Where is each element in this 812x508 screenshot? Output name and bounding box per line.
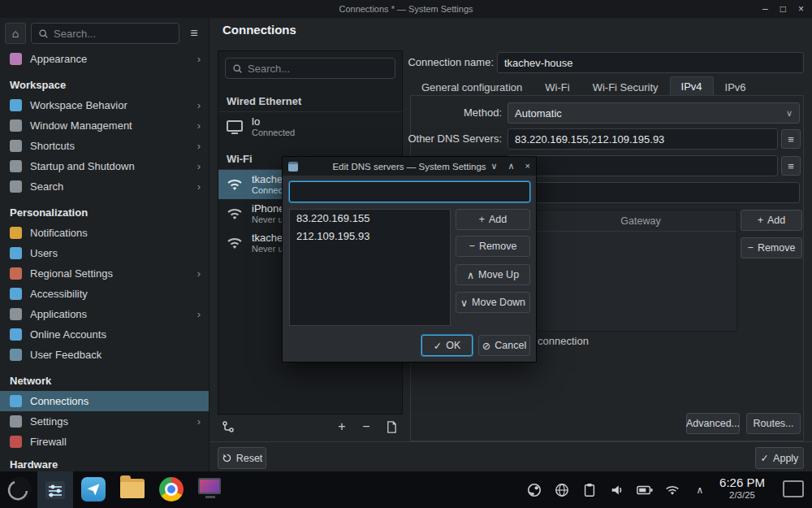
file-manager-icon[interactable] — [120, 479, 145, 498]
dns-server-list[interactable]: 83.220.169.155 212.109.195.93 — [289, 209, 451, 326]
minimize-icon[interactable]: – — [762, 0, 768, 18]
sidebar-item-online-accounts[interactable]: Online Accounts — [0, 324, 209, 345]
chevron-down-icon[interactable]: ∨ — [490, 161, 497, 172]
reset-button[interactable]: Reset — [218, 447, 266, 469]
remove-address-button[interactable]: − Remove — [741, 237, 802, 258]
advanced-button[interactable]: Advanced... — [686, 413, 740, 434]
sidebar-item-users[interactable]: Users — [0, 243, 209, 263]
sidebar-item-connections[interactable]: Connections — [0, 391, 209, 411]
sidebar-item-search[interactable]: Search › — [0, 176, 209, 197]
sidebar-item-applications[interactable]: Applications › — [0, 304, 209, 324]
sidebar-item-startup-and-shutdown[interactable]: Startup and Shutdown › — [0, 156, 209, 176]
check-icon: ✓ — [761, 452, 769, 464]
configure-connection-button[interactable] — [219, 418, 237, 436]
connection-name-field[interactable] — [497, 52, 804, 73]
dhcp-client-id-input[interactable] — [508, 187, 799, 199]
globe-icon[interactable] — [554, 482, 570, 498]
edit-dns-dialog: Edit DNS servers — System Settings ∨ ∧ ×… — [282, 156, 537, 363]
launcher-icon[interactable] — [6, 476, 32, 502]
sidebar-toolbar: ⌂ ≡ — [0, 18, 209, 49]
system-settings-icon — [44, 479, 67, 501]
home-button[interactable]: ⌂ — [5, 23, 26, 44]
sidebar-search-input[interactable] — [54, 28, 172, 40]
system-settings-task[interactable] — [37, 471, 73, 508]
sidebar-item-label: Firewall — [30, 436, 67, 448]
check-icon: ✓ — [434, 340, 442, 352]
edit-search-domains-button[interactable]: ≡ — [781, 156, 801, 176]
dns-list-item[interactable]: 83.220.169.155 — [290, 210, 450, 228]
apply-button[interactable]: ✓ Apply — [755, 447, 804, 469]
volume-icon[interactable] — [609, 482, 625, 498]
dialog-cancel-label: Cancel — [495, 340, 526, 351]
search-domains-field[interactable] — [508, 155, 778, 176]
tab-ipv6[interactable]: IPv6 — [714, 77, 758, 96]
dialog-titlebar[interactable]: Edit DNS servers — System Settings ∨ ∧ × — [283, 157, 536, 176]
search-domains-input[interactable] — [508, 160, 777, 172]
dns-entry-input[interactable] — [290, 182, 529, 202]
sidebar-item-firewall[interactable]: Firewall — [0, 432, 209, 452]
clock-widget[interactable]: 6:26 PM 2/3/25 — [713, 475, 771, 500]
network-settings-icon — [10, 415, 22, 428]
sidebar-item-regional-settings[interactable]: Regional Settings › — [0, 263, 209, 284]
sidebar-item-workspace-behavior[interactable]: Workspace Behavior › — [0, 95, 209, 115]
dns-servers-field[interactable] — [508, 128, 778, 150]
tray-expander-chevron-up-icon[interactable]: ∧ — [692, 482, 708, 498]
maximize-icon[interactable]: □ — [780, 0, 786, 18]
sidebar-item-network-settings[interactable]: Settings › — [0, 411, 209, 432]
sidebar-item-label: Users — [30, 247, 58, 259]
dialog-move-up-label: Move Up — [478, 269, 519, 280]
chevron-right-icon: › — [197, 99, 201, 111]
steam-icon[interactable] — [526, 482, 542, 498]
connection-name-input[interactable] — [498, 57, 803, 69]
sidebar-item-accessibility[interactable]: Accessibility — [0, 284, 209, 304]
remove-connection-button[interactable]: − — [357, 418, 375, 436]
dialog-move-up-button[interactable]: ∧ Move Up — [456, 264, 530, 285]
tab-ipv4[interactable]: IPv4 — [670, 76, 714, 96]
battery-icon[interactable] — [637, 482, 653, 498]
connection-name: lo — [252, 115, 295, 128]
sidebar-item-user-feedback[interactable]: User Feedback — [0, 345, 209, 365]
window-titlebar[interactable]: Connections * — System Settings – □ × — [0, 0, 812, 18]
tab-wifi[interactable]: Wi-Fi — [533, 77, 581, 96]
tab-general-configuration[interactable]: General configuration — [410, 77, 533, 96]
dialog-ok-button[interactable]: ✓ OK — [421, 335, 473, 356]
sidebar-item-shortcuts[interactable]: Shortcuts › — [0, 136, 209, 156]
method-label: Method: — [372, 102, 502, 124]
routes-button[interactable]: Routes... — [746, 413, 801, 434]
hamburger-menu-icon[interactable]: ≡ — [184, 26, 204, 41]
dialog-add-button[interactable]: + Add — [456, 209, 530, 230]
connection-tabs: General configuration Wi-Fi Wi-Fi Securi… — [410, 76, 758, 96]
dialog-move-down-button[interactable]: ∨ Move Down — [456, 292, 530, 313]
close-icon[interactable]: × — [798, 0, 804, 18]
window-controls: – □ × — [762, 0, 804, 18]
clipboard-icon[interactable] — [581, 482, 598, 498]
chrome-icon[interactable] — [159, 477, 184, 501]
wifi-icon — [225, 204, 244, 224]
dhcp-client-id-field[interactable] — [508, 182, 800, 203]
minus-icon: − — [469, 241, 475, 252]
dns-list-item[interactable]: 212.109.195.93 — [290, 228, 450, 245]
sidebar-search[interactable] — [31, 23, 179, 44]
close-icon[interactable]: × — [525, 161, 530, 172]
sidebar-item-label: Connections — [30, 395, 89, 407]
dns-servers-input[interactable] — [508, 133, 777, 145]
tab-wifi-security[interactable]: Wi-Fi Security — [581, 77, 670, 96]
method-combobox[interactable]: Automatic ∨ — [508, 102, 800, 124]
wifi-tray-icon[interactable] — [664, 482, 680, 498]
add-address-button[interactable]: + Add — [741, 210, 802, 231]
sidebar-item-appearance[interactable]: Appearance › — [0, 49, 209, 69]
window-title: Connections * — System Settings — [339, 4, 473, 14]
show-desktop-button[interactable] — [783, 480, 804, 497]
messenger-app-icon[interactable] — [81, 477, 106, 501]
sidebar-item-window-management[interactable]: Window Management › — [0, 115, 209, 136]
screen-app-icon[interactable] — [198, 478, 222, 501]
add-connection-button[interactable]: + — [333, 418, 351, 436]
sidebar-item-notifications[interactable]: Notifications — [0, 223, 209, 243]
dns-entry-field[interactable] — [289, 181, 530, 202]
dialog-cancel-button[interactable]: ⊘ Cancel — [478, 335, 530, 356]
export-connection-button[interactable] — [382, 418, 400, 436]
dialog-remove-button[interactable]: − Remove — [456, 236, 530, 257]
chevron-up-icon[interactable]: ∧ — [508, 161, 515, 172]
dns-servers-label: Other DNS Servers: — [372, 128, 502, 150]
edit-dns-servers-button[interactable]: ≡ — [781, 129, 801, 149]
